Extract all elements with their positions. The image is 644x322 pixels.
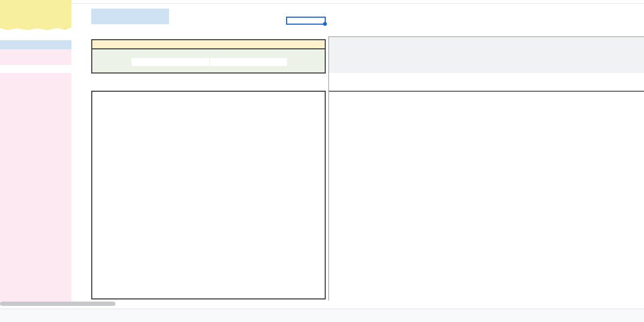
date-box-top-strip <box>92 40 325 49</box>
task-table <box>91 91 326 299</box>
navigation-bar-header <box>0 40 71 49</box>
nav-white-band <box>0 65 71 73</box>
start-date-input[interactable] <box>131 58 209 66</box>
gantt-chart-panel <box>328 36 644 301</box>
date-range-box <box>91 39 326 74</box>
fill-handle[interactable] <box>323 22 327 26</box>
gantt-week-band <box>329 37 644 73</box>
spreadsheet-top-row <box>0 0 644 4</box>
end-date-input[interactable] <box>210 58 287 66</box>
gantt-header-divider <box>329 91 644 92</box>
sheet-tab-bar <box>0 309 644 322</box>
page-title <box>91 9 169 24</box>
horizontal-scrollbar[interactable] <box>0 302 115 306</box>
sticky-note <box>0 0 71 31</box>
nav-background <box>0 49 71 302</box>
selected-cell[interactable] <box>286 17 326 25</box>
